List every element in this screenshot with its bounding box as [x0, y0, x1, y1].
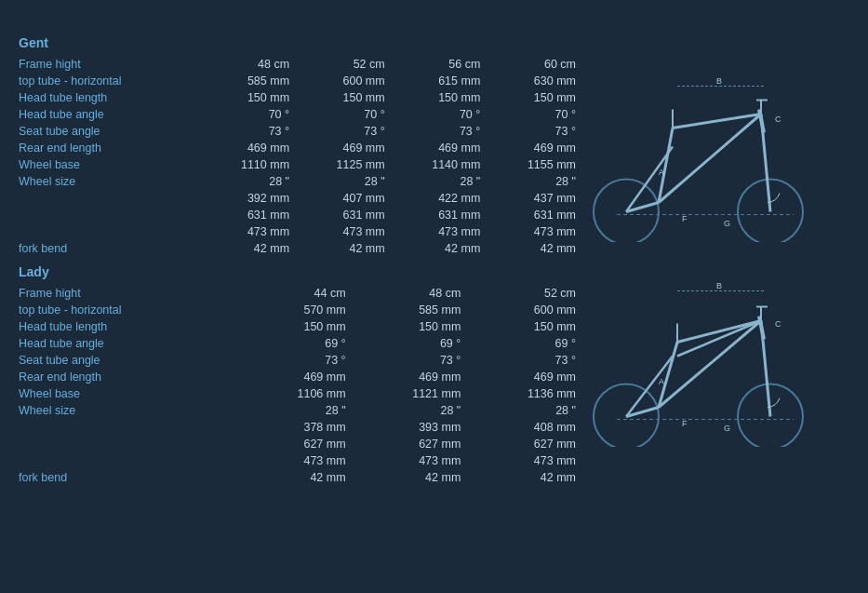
row-value: 378 mm [234, 419, 350, 436]
gent-section: Gent Frame hight48 cm52 cm56 cm60 cmtop … [19, 35, 580, 257]
svg-text:B: B [716, 76, 722, 86]
row-value: 73 ° [389, 123, 485, 140]
svg-text:G: G [724, 219, 730, 228]
row-label: Frame hight [19, 56, 197, 73]
svg-text:C: C [775, 319, 781, 329]
row-value: 437 mm [484, 190, 580, 207]
row-value: 627 mm [350, 436, 465, 452]
right-panel: B C A F G [589, 19, 849, 490]
table-row: Rear end length469 mm469 mm469 mm469 mm [19, 140, 580, 156]
table-row: Seat tube angle73 °73 °73 ° [19, 352, 580, 369]
row-label: Head tube angle [19, 106, 197, 123]
row-value: 69 ° [350, 335, 465, 352]
row-value: 570 mm [234, 302, 350, 318]
row-value: 408 mm [464, 419, 580, 436]
row-value: 42 mm [350, 469, 465, 486]
row-value: 150 mm [484, 89, 580, 106]
row-label: Rear end length [19, 140, 197, 156]
row-value: 615 mm [389, 73, 485, 89]
row-value: 630 mm [484, 73, 580, 89]
lady-table: Frame hight44 cm48 cm52 cmtop tube - hor… [19, 285, 580, 486]
row-value: 70 ° [197, 106, 293, 123]
row-label [19, 452, 234, 469]
row-value: 1121 mm [350, 385, 465, 402]
row-value: 48 cm [197, 56, 293, 73]
row-label: Wheel size [19, 173, 197, 190]
row-value: 42 mm [389, 240, 485, 257]
row-label [19, 190, 197, 207]
row-value: 473 mm [484, 223, 580, 240]
row-label: Seat tube angle [19, 352, 234, 369]
row-label: top tube - horizontal [19, 73, 197, 89]
row-value: 150 mm [197, 89, 293, 106]
svg-text:C: C [775, 115, 781, 124]
row-value: 150 mm [389, 89, 485, 106]
row-value: 1136 mm [464, 385, 580, 402]
row-value: 73 ° [464, 352, 580, 369]
row-value: 473 mm [389, 223, 485, 240]
row-value: 631 mm [197, 207, 293, 223]
row-value: 1140 mm [389, 156, 485, 173]
row-value: 70 ° [389, 106, 485, 123]
row-value: 473 mm [293, 223, 389, 240]
row-value: 469 mm [464, 369, 580, 385]
row-label [19, 436, 234, 452]
table-row: Wheel base1106 mm1121 mm1136 mm [19, 385, 580, 402]
table-row: 627 mm627 mm627 mm [19, 436, 580, 452]
row-value: 473 mm [464, 452, 580, 469]
row-value: 60 cm [484, 56, 580, 73]
row-value: 631 mm [293, 207, 389, 223]
row-value: 407 mm [293, 190, 389, 207]
row-value: 473 mm [197, 223, 293, 240]
row-label: top tube - horizontal [19, 302, 234, 318]
row-value: 52 cm [293, 56, 389, 73]
row-value: 422 mm [389, 190, 485, 207]
row-label: Seat tube angle [19, 123, 197, 140]
row-value: 1125 mm [293, 156, 389, 173]
row-value: 600 mm [293, 73, 389, 89]
table-row: Wheel base1110 mm1125 mm1140 mm1155 mm [19, 156, 580, 173]
table-row: Head tube length150 mm150 mm150 mm [19, 318, 580, 335]
row-value: 393 mm [350, 419, 465, 436]
row-value: 42 mm [293, 240, 389, 257]
lady-label: Lady [19, 264, 580, 279]
table-row: Head tube angle70 °70 °70 °70 ° [19, 106, 580, 123]
row-value: 73 ° [484, 123, 580, 140]
table-row: 392 mm407 mm422 mm437 mm [19, 190, 580, 207]
row-value: 73 ° [293, 123, 389, 140]
row-value: 1110 mm [197, 156, 293, 173]
row-value: 469 mm [197, 140, 293, 156]
table-row: top tube - horizontal570 mm585 mm600 mm [19, 302, 580, 318]
left-panel: Gent Frame hight48 cm52 cm56 cm60 cmtop … [19, 19, 580, 490]
row-value: 44 cm [234, 285, 350, 302]
row-value: 69 ° [234, 335, 350, 352]
row-value: 42 mm [464, 469, 580, 486]
row-label [19, 419, 234, 436]
row-label: Head tube length [19, 318, 234, 335]
table-row: 631 mm631 mm631 mm631 mm [19, 207, 580, 223]
row-value: 52 cm [464, 285, 580, 302]
row-label: Frame hight [19, 285, 234, 302]
table-row: Frame hight48 cm52 cm56 cm60 cm [19, 56, 580, 73]
row-value: 631 mm [389, 207, 485, 223]
row-value: 28 " [389, 173, 485, 190]
svg-line-24 [659, 343, 677, 408]
table-row: Head tube length150 mm150 mm150 mm150 mm [19, 89, 580, 106]
row-value: 585 mm [350, 302, 465, 318]
table-row: 378 mm393 mm408 mm [19, 419, 580, 436]
table-row: Wheel size28 "28 "28 "28 " [19, 173, 580, 190]
svg-text:A: A [659, 377, 664, 386]
page-container: Gent Frame hight48 cm52 cm56 cm60 cmtop … [0, 0, 868, 508]
row-label: Head tube angle [19, 335, 234, 352]
row-value: 1155 mm [484, 156, 580, 173]
row-value: 627 mm [234, 436, 350, 452]
row-value: 627 mm [464, 436, 580, 452]
row-value: 42 mm [197, 240, 293, 257]
row-value: 73 ° [350, 352, 465, 369]
svg-text:B: B [716, 281, 722, 290]
row-value: 42 mm [234, 469, 350, 486]
row-value: 469 mm [389, 140, 485, 156]
row-label: Wheel size [19, 402, 234, 419]
table-row: Frame hight44 cm48 cm52 cm [19, 285, 580, 302]
gent-diagram: B C A F G [589, 56, 812, 242]
